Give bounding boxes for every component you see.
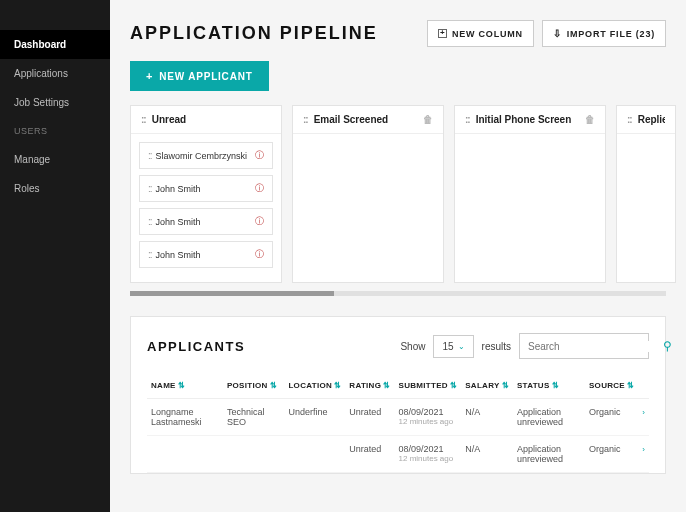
sort-icon: ⇅: [334, 381, 341, 390]
info-icon[interactable]: ⓘ: [255, 149, 264, 162]
sort-icon: ⇅: [270, 381, 277, 390]
info-icon[interactable]: ⓘ: [255, 248, 264, 261]
sort-icon: ⇅: [178, 381, 185, 390]
page-header: APPLICATION PIPELINE NEW COLUMN ⇩ IMPORT…: [130, 20, 666, 47]
trash-icon[interactable]: 🗑: [585, 114, 595, 125]
cell-salary: N/A: [461, 436, 513, 473]
cell-source: Organic: [585, 436, 638, 473]
page-size-value: 15: [442, 341, 453, 352]
info-icon[interactable]: ⓘ: [255, 182, 264, 195]
new-column-icon: [438, 29, 447, 38]
th-status[interactable]: STATUS⇅: [513, 373, 585, 399]
trash-icon[interactable]: 🗑: [423, 114, 433, 125]
applicant-card[interactable]: ::John Smithⓘ: [139, 175, 273, 202]
cell-position: Technical SEO: [223, 399, 284, 436]
column-header[interactable]: :: Unread: [131, 106, 281, 134]
card-name: John Smith: [152, 217, 255, 227]
th-source[interactable]: SOURCE⇅: [585, 373, 638, 399]
card-name: John Smith: [152, 184, 255, 194]
column-header[interactable]: :: Email Screened 🗑: [293, 106, 443, 134]
column-body: [455, 134, 605, 150]
pipeline-column-phone-screen: :: Initial Phone Screen 🗑: [454, 105, 606, 283]
search-icon[interactable]: ⚲: [663, 339, 672, 353]
cell-location: Underfine: [284, 399, 345, 436]
horizontal-scrollbar[interactable]: [130, 291, 666, 296]
results-label: results: [482, 341, 511, 352]
cell-status: Application unreviewed: [513, 399, 585, 436]
column-header[interactable]: :: Initial Phone Screen 🗑: [455, 106, 605, 134]
cell-source: Organic: [585, 399, 638, 436]
page-size-select[interactable]: 15 ⌄: [433, 335, 473, 358]
column-header[interactable]: :: Replied: [617, 106, 675, 134]
import-file-label: IMPORT FILE (23): [567, 29, 655, 39]
sort-icon: ⇅: [627, 381, 634, 390]
th-name[interactable]: NAME⇅: [147, 373, 223, 399]
cell-submitted: 08/09/202112 minutes ago: [395, 436, 462, 473]
table-header-row: NAME⇅ POSITION⇅ LOCATION⇅ RATING⇅ SUBMIT…: [147, 373, 649, 399]
cell-name: [147, 436, 223, 473]
th-location[interactable]: LOCATION⇅: [284, 373, 345, 399]
pipeline-column-email-screened: :: Email Screened 🗑: [292, 105, 444, 283]
sidebar-item-job-settings[interactable]: Job Settings: [0, 88, 110, 117]
applicant-card[interactable]: ::John Smithⓘ: [139, 241, 273, 268]
applicants-filters: Show 15 ⌄ results ⚲: [400, 333, 649, 359]
chevron-down-icon: ⌄: [458, 342, 465, 351]
column-title: Email Screened: [308, 114, 423, 125]
sidebar: Dashboard Applications Job Settings USER…: [0, 0, 110, 512]
column-title: Replied: [632, 114, 665, 125]
row-expand[interactable]: ›: [638, 436, 649, 473]
cell-rating: Unrated: [345, 399, 394, 436]
search-box[interactable]: ⚲: [519, 333, 649, 359]
new-applicant-button[interactable]: + NEW APPLICANT: [130, 61, 269, 91]
cell-position: [223, 436, 284, 473]
search-input[interactable]: [528, 341, 655, 352]
table-row[interactable]: Unrated 08/09/202112 minutes ago N/A App…: [147, 436, 649, 473]
applicant-card[interactable]: ::Slawomir Cembrzynskiⓘ: [139, 142, 273, 169]
applicants-table: NAME⇅ POSITION⇅ LOCATION⇅ RATING⇅ SUBMIT…: [147, 373, 649, 473]
row-expand[interactable]: ›: [638, 399, 649, 436]
cell-name: Longname Lastnameski: [147, 399, 223, 436]
table-row[interactable]: Longname Lastnameski Technical SEO Under…: [147, 399, 649, 436]
cell-rating: Unrated: [345, 436, 394, 473]
th-rating[interactable]: RATING⇅: [345, 373, 394, 399]
cell-submitted: 08/09/202112 minutes ago: [395, 399, 462, 436]
new-column-button[interactable]: NEW COLUMN: [427, 20, 534, 47]
chevron-right-icon: ›: [642, 445, 645, 454]
column-body: [293, 134, 443, 150]
applicant-card[interactable]: ::John Smithⓘ: [139, 208, 273, 235]
download-icon: ⇩: [553, 28, 562, 39]
sort-icon: ⇅: [502, 381, 509, 390]
show-label: Show: [400, 341, 425, 352]
sidebar-item-dashboard[interactable]: Dashboard: [0, 30, 110, 59]
info-icon[interactable]: ⓘ: [255, 215, 264, 228]
sidebar-item-applications[interactable]: Applications: [0, 59, 110, 88]
column-title: Unread: [146, 114, 271, 125]
header-actions: NEW COLUMN ⇩ IMPORT FILE (23): [427, 20, 666, 47]
plus-icon: +: [146, 70, 153, 82]
pipeline-columns: :: Unread ::Slawomir Cembrzynskiⓘ ::John…: [130, 105, 666, 283]
sort-icon: ⇅: [450, 381, 457, 390]
sort-icon: ⇅: [552, 381, 559, 390]
import-file-button[interactable]: ⇩ IMPORT FILE (23): [542, 20, 666, 47]
card-name: John Smith: [152, 250, 255, 260]
column-body: ::Slawomir Cembrzynskiⓘ ::John Smithⓘ ::…: [131, 134, 281, 282]
applicants-section: APPLICANTS Show 15 ⌄ results ⚲ NAME⇅ POS…: [130, 316, 666, 474]
cell-location: [284, 436, 345, 473]
sidebar-item-roles[interactable]: Roles: [0, 174, 110, 203]
new-column-label: NEW COLUMN: [452, 29, 523, 39]
pipeline-column-replied: :: Replied: [616, 105, 676, 283]
scrollbar-thumb[interactable]: [130, 291, 334, 296]
page-title: APPLICATION PIPELINE: [130, 23, 378, 44]
th-position[interactable]: POSITION⇅: [223, 373, 284, 399]
sidebar-group-users: USERS: [0, 117, 110, 145]
card-name: Slawomir Cembrzynski: [152, 151, 255, 161]
cell-salary: N/A: [461, 399, 513, 436]
th-submitted[interactable]: SUBMITTED⇅: [395, 373, 462, 399]
sidebar-item-manage[interactable]: Manage: [0, 145, 110, 174]
chevron-right-icon: ›: [642, 408, 645, 417]
pipeline-column-unread: :: Unread ::Slawomir Cembrzynskiⓘ ::John…: [130, 105, 282, 283]
new-applicant-label: NEW APPLICANT: [159, 71, 252, 82]
th-salary[interactable]: SALARY⇅: [461, 373, 513, 399]
applicants-title: APPLICANTS: [147, 339, 245, 354]
applicants-header: APPLICANTS Show 15 ⌄ results ⚲: [147, 333, 649, 359]
